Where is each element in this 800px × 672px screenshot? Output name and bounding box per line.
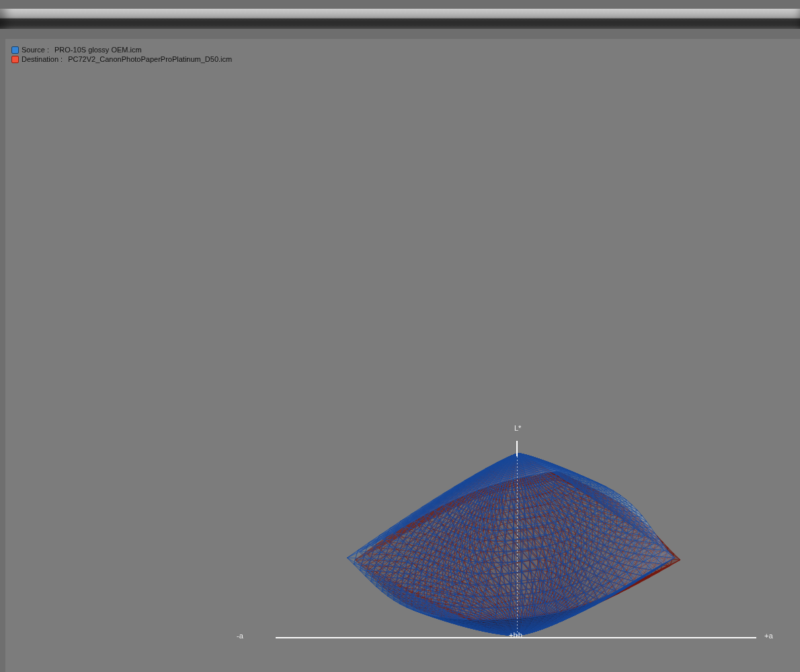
app-window: Source : PRO-10S glossy OEM.icm Destinat… [0,0,800,672]
gamut-3d-canvas[interactable] [0,39,800,672]
gamut-legend: Source : PRO-10S glossy OEM.icm Destinat… [11,45,232,64]
legend-item-destination: Destination : PC72V2_CanonPhotoPaperProP… [11,54,232,64]
source-label: Source : [22,46,51,54]
l-axis-line [516,441,518,456]
destination-profile-name: PC72V2_CanonPhotoPaperProPlatinum_D50.ic… [68,55,232,64]
destination-color-swatch [11,56,19,63]
a-positive-axis-label: +a [764,632,773,640]
a-negative-axis-label: -a [237,632,243,640]
gamut-3d-viewport: Source : PRO-10S glossy OEM.icm Destinat… [0,39,800,672]
legend-item-source: Source : PRO-10S glossy OEM.icm [11,45,232,54]
l-axis-label: L* [514,424,521,432]
source-profile-name: PRO-10S glossy OEM.icm [54,46,142,54]
b-negative-axis-label: -b [516,631,522,639]
window-titlebar[interactable] [0,9,800,29]
destination-label: Destination : [22,55,65,64]
source-color-swatch [11,46,19,54]
l-axis-dashed-line [517,456,518,637]
